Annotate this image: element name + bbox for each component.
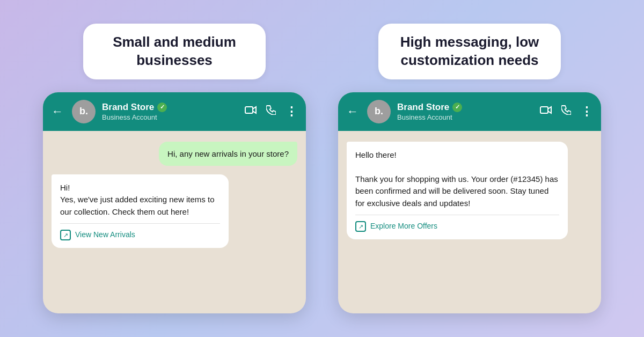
left-chat-body: Hi, any new arrivals in your store? Hi! … — [43, 131, 306, 313]
left-video-icon[interactable] — [245, 106, 257, 117]
right-label-badge: High messaging, low customization needs — [378, 24, 561, 79]
left-verified-icon: ✓ — [157, 102, 167, 112]
right-more-icon[interactable]: ⋮ — [581, 105, 592, 119]
left-cta-link[interactable]: ↗ View New Arrivals — [60, 223, 220, 240]
right-phone-mockup: ← b. Brand Store ✓ Business Account — [338, 92, 601, 313]
left-cta-icon: ↗ — [60, 230, 71, 240]
left-phone-mockup: ← b. Brand Store ✓ Business Account — [43, 92, 306, 313]
left-phone-icon[interactable] — [266, 105, 276, 118]
left-header-name: Brand Store ✓ — [102, 102, 238, 113]
svg-rect-0 — [245, 107, 253, 113]
svg-rect-1 — [540, 107, 548, 113]
right-header-name: Brand Store ✓ — [397, 102, 533, 113]
left-header-sub: Business Account — [102, 113, 238, 121]
right-verified-icon: ✓ — [452, 102, 462, 112]
right-label-text: High messaging, low customization needs — [400, 34, 539, 68]
right-cta-link[interactable]: ↗ Explore More Offers — [355, 215, 559, 232]
left-label-badge: Small and medium businesses — [83, 24, 266, 79]
right-header-icons: ⋮ — [540, 105, 592, 119]
main-container: Small and medium businesses ← b. Brand S… — [11, 13, 633, 324]
right-header-sub: Business Account — [397, 113, 533, 121]
left-msg-outgoing: Hi, any new arrivals in your store? — [159, 142, 297, 166]
left-header-icons: ⋮ — [245, 105, 297, 119]
right-phone-icon[interactable] — [561, 105, 571, 118]
right-chat-body: Hello there! Thank you for shopping with… — [338, 131, 601, 313]
right-panel: High messaging, low customization needs … — [338, 24, 601, 313]
left-panel: Small and medium businesses ← b. Brand S… — [43, 24, 306, 313]
right-avatar: b. — [367, 100, 391, 123]
right-incoming-text: Hello there! Thank you for shopping with… — [355, 149, 559, 210]
left-chat-header: ← b. Brand Store ✓ Business Account — [43, 92, 306, 131]
left-more-icon[interactable]: ⋮ — [286, 105, 297, 119]
right-cta-icon: ↗ — [355, 221, 366, 232]
left-label-text: Small and medium businesses — [113, 34, 236, 68]
left-header-info: Brand Store ✓ Business Account — [102, 102, 238, 121]
left-back-button[interactable]: ← — [52, 105, 63, 119]
left-incoming-text: Hi! Yes, we've just added exciting new i… — [60, 182, 220, 218]
left-avatar: b. — [72, 100, 96, 123]
right-msg-incoming: Hello there! Thank you for shopping with… — [347, 142, 568, 240]
left-msg-incoming: Hi! Yes, we've just added exciting new i… — [52, 174, 229, 248]
right-header-info: Brand Store ✓ Business Account — [397, 102, 533, 121]
right-video-icon[interactable] — [540, 106, 552, 117]
right-back-button[interactable]: ← — [347, 105, 358, 119]
right-chat-header: ← b. Brand Store ✓ Business Account — [338, 92, 601, 131]
